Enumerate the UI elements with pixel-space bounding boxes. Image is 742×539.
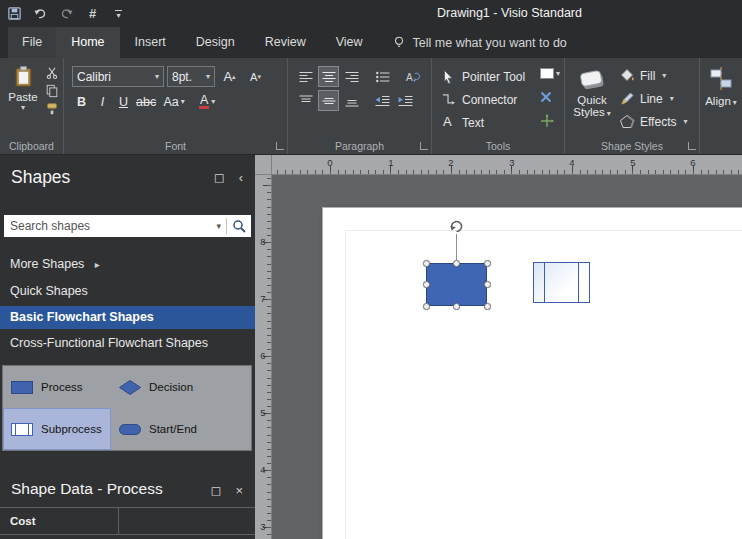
align-button[interactable]: Align▾: [703, 66, 739, 107]
align-right-icon: [345, 71, 359, 83]
redo-button[interactable]: [58, 5, 75, 23]
search-input[interactable]: [4, 219, 211, 233]
ribbon: Paste ▾: [0, 58, 742, 155]
save-button[interactable]: [6, 5, 23, 23]
chevron-down-icon: ▾: [683, 117, 687, 126]
search-button[interactable]: [227, 215, 251, 237]
master-process[interactable]: Process: [3, 366, 111, 408]
shrink-font-button[interactable]: A▾: [244, 66, 267, 87]
text-tool-button[interactable]: Text: [462, 116, 484, 130]
shape-data-row-cost[interactable]: Cost: [0, 508, 255, 535]
effects-button[interactable]: Effects ▾: [619, 110, 687, 133]
strikethrough-button[interactable]: abc: [135, 91, 157, 112]
align-bottom-button[interactable]: [341, 90, 362, 111]
font-dialog-launcher[interactable]: [276, 142, 284, 150]
master-start-end[interactable]: Start/End: [111, 408, 251, 450]
copy-button[interactable]: [43, 83, 61, 99]
selection-handle[interactable]: [453, 260, 460, 267]
master-decision[interactable]: Decision: [111, 366, 251, 408]
master-subprocess[interactable]: Subprocess: [3, 408, 111, 450]
paragraph-group-label: Paragraph: [288, 140, 431, 152]
tab-design[interactable]: Design: [181, 27, 250, 58]
paste-button[interactable]: Paste ▾: [5, 65, 41, 117]
float-panel-icon[interactable]: ◻: [214, 170, 225, 185]
tab-review[interactable]: Review: [250, 27, 321, 58]
align-center-button[interactable]: [318, 66, 339, 87]
stencil-cross-functional[interactable]: Cross-Functional Flowchart Shapes: [10, 336, 208, 350]
align-icon: [708, 66, 734, 92]
connection-point-button[interactable]: [540, 91, 552, 103]
subprocess-shape[interactable]: [533, 262, 590, 303]
undo-button[interactable]: [32, 5, 49, 23]
ruler-number: 1: [384, 157, 398, 168]
quick-styles-button[interactable]: Quick Styles▾: [569, 64, 615, 133]
font-family-combo[interactable]: Calibri ▾: [72, 66, 164, 87]
tab-insert[interactable]: Insert: [120, 27, 181, 58]
selection-handle[interactable]: [423, 303, 430, 310]
window-title: Drawing1 - Visio Standard: [437, 6, 582, 20]
text-block-button[interactable]: [540, 114, 554, 128]
selection-handle[interactable]: [453, 303, 460, 310]
chevron-down-icon: ▾: [206, 72, 210, 81]
process-shape[interactable]: [426, 263, 487, 306]
tell-me-box[interactable]: Tell me what you want to do: [392, 27, 567, 58]
float-panel-icon[interactable]: ◻: [211, 483, 222, 498]
connector-button[interactable]: Connector: [462, 93, 517, 107]
align-middle-button[interactable]: [318, 90, 339, 111]
tab-view[interactable]: View: [321, 27, 378, 58]
rotation-handle-icon[interactable]: [449, 219, 464, 234]
increase-indent-button[interactable]: [395, 90, 416, 111]
font-size-value: 8pt.: [172, 70, 192, 84]
tab-home[interactable]: Home: [56, 27, 119, 58]
font-size-combo[interactable]: 8pt. ▾: [167, 66, 215, 87]
customize-qat-icon: ▾: [115, 10, 122, 18]
chevron-down-icon: ▾: [21, 103, 25, 112]
align-left-button[interactable]: [295, 66, 316, 87]
collapse-panel-icon[interactable]: ‹: [239, 170, 243, 185]
bold-button[interactable]: B: [72, 91, 91, 112]
selection-handle[interactable]: [484, 260, 491, 267]
paragraph-dialog-launcher[interactable]: [420, 142, 428, 150]
close-icon[interactable]: ×: [235, 483, 243, 498]
clipboard-group: Paste ▾: [0, 58, 64, 154]
rectangle-tool-button[interactable]: ▾: [540, 68, 560, 79]
search-dropdown-icon[interactable]: ▾: [211, 221, 226, 231]
selection-handle[interactable]: [484, 303, 491, 310]
quick-styles-icon: [577, 64, 607, 94]
shape-styles-group: Quick Styles▾ Fill ▾: [565, 58, 700, 154]
touch-mouse-mode-button[interactable]: #: [84, 5, 101, 23]
pointer-tool-button[interactable]: Pointer Tool: [462, 70, 525, 84]
align-center-icon: [322, 71, 336, 83]
more-shapes-item[interactable]: More Shapes ▸: [10, 257, 100, 271]
italic-button[interactable]: I: [93, 91, 112, 112]
underline-button[interactable]: U: [114, 91, 133, 112]
font-color-button[interactable]: A ▾: [191, 91, 223, 112]
bullets-button[interactable]: [372, 66, 393, 87]
chevron-down-icon: ▾: [155, 72, 159, 81]
quick-shapes-item[interactable]: Quick Shapes: [10, 284, 88, 298]
tab-file[interactable]: File: [8, 27, 56, 58]
shape-styles-dialog-launcher[interactable]: [688, 142, 696, 150]
line-button[interactable]: Line ▾: [619, 87, 687, 110]
ruler-number: 6: [686, 157, 700, 168]
customize-qat-button[interactable]: ▾: [110, 5, 127, 23]
text-direction-button[interactable]: A: [403, 66, 424, 87]
cut-button[interactable]: [43, 65, 61, 81]
grow-font-button[interactable]: A▴: [218, 66, 241, 87]
selection-handle[interactable]: [484, 281, 491, 288]
selection-handle[interactable]: [423, 260, 430, 267]
fill-button[interactable]: Fill ▾: [619, 64, 687, 87]
drawing-page[interactable]: [322, 207, 742, 539]
align-group: Align▾: [700, 58, 742, 154]
shapes-panel: Shapes ◻ ‹ ▾ More Shapes ▸ Quick Shapes …: [0, 155, 255, 539]
decrease-indent-button[interactable]: [372, 90, 393, 111]
selection-handle[interactable]: [423, 281, 430, 288]
drawing-surface[interactable]: [272, 175, 742, 539]
format-painter-button[interactable]: [43, 101, 61, 117]
font-group: Calibri ▾ 8pt. ▾ A▴ A▾ B I U abc: [64, 58, 288, 154]
change-case-button[interactable]: Aa ▾: [159, 91, 189, 112]
align-right-button[interactable]: [341, 66, 362, 87]
chevron-down-icon: ▾: [662, 71, 666, 80]
stencil-basic-flowchart[interactable]: Basic Flowchart Shapes: [0, 306, 255, 329]
align-top-button[interactable]: [295, 90, 316, 111]
